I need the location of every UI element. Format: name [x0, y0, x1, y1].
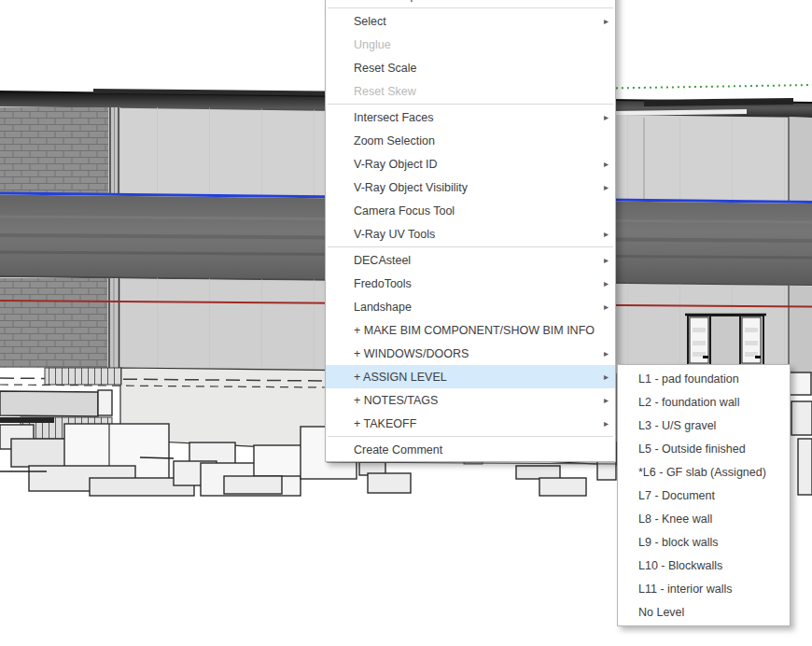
menu-item-reset-scale[interactable]: Reset Scale [326, 56, 615, 79]
submenu-item-l5-outside-finished[interactable]: L5 - Outside finished [618, 437, 790, 460]
submenu-item-l2-foundation-wall[interactable]: L2 - foundation wall [618, 390, 790, 414]
context-menu: Make Component... Select ▸ Unglue Reset … [325, 0, 616, 462]
submenu-item-l7-document[interactable]: L7 - Document [618, 484, 790, 507]
menu-separator [328, 246, 613, 247]
submenu-arrow-icon: ▸ [604, 395, 609, 405]
menu-item-label: Select [354, 15, 386, 28]
menu-item-landshape[interactable]: Landshape ▸ [326, 295, 615, 318]
menu-item-label: Camera Focus Tool [354, 204, 455, 218]
submenu-item-label: L10 - Blockwalls [638, 559, 722, 572]
menu-item-label: V-Ray Object ID [354, 158, 438, 171]
submenu-item-label: *L6 - GF slab (Assigned) [638, 466, 766, 479]
submenu-item-label: No Level [638, 606, 684, 619]
submenu-item-label: L11 - interior walls [638, 583, 733, 596]
menu-separator [328, 436, 613, 437]
menu-item-label: Create Comment [354, 443, 442, 456]
menu-item-label: + ASSIGN LEVEL [354, 371, 447, 384]
submenu-item-label: L7 - Document [638, 489, 715, 502]
menu-item-label: Unglue [354, 38, 391, 51]
submenu-arrow-icon: ▸ [604, 229, 609, 239]
menu-item-label: FredoTools [354, 277, 412, 290]
menu-item-vray-object-id[interactable]: V-Ray Object ID ▸ [326, 152, 615, 176]
submenu-arrow-icon: ▸ [604, 16, 609, 26]
menu-item-vray-object-visibility[interactable]: V-Ray Object Visibility ▸ [326, 176, 615, 199]
submenu-arrow-icon: ▸ [604, 255, 609, 265]
menu-item-label: + WINDOWS/DOORS [354, 347, 469, 360]
menu-separator [328, 104, 613, 105]
menu-item-label: V-Ray Object Visibility [354, 181, 468, 194]
menu-item-camera-focus-tool[interactable]: Camera Focus Tool [326, 199, 615, 222]
submenu-arrow-icon: ▸ [604, 348, 609, 358]
submenu-item-label: L8 - Knee wall [638, 513, 712, 526]
submenu-item-label: L5 - Outside finished [638, 442, 746, 456]
submenu-item-label: L1 - pad foundation [638, 372, 739, 386]
menu-item-windows-doors[interactable]: + WINDOWS/DOORS ▸ [326, 342, 615, 365]
menu-item-label: DECAsteel [354, 254, 411, 267]
submenu-item-label: L2 - foundation wall [638, 396, 739, 409]
submenu-item-l1-pad-foundation[interactable]: L1 - pad foundation [618, 367, 790, 390]
submenu-item-l11-interior-walls[interactable]: L11 - interior walls [618, 577, 790, 600]
submenu-arrow-icon: ▸ [604, 372, 609, 382]
menu-item-intersect-faces[interactable]: Intersect Faces ▸ [326, 105, 615, 129]
submenu-arrow-icon: ▸ [604, 112, 609, 122]
door [685, 315, 766, 365]
submenu-item-l8-knee-wall[interactable]: L8 - Knee wall [618, 507, 790, 530]
menu-item-label: + TAKEOFF [354, 417, 416, 430]
submenu-item-l10-blockwalls[interactable]: L10 - Blockwalls [618, 554, 790, 577]
menu-item-label: V-Ray UV Tools [354, 228, 435, 241]
menu-item-make-bim-component[interactable]: + MAKE BIM COMPONENT/SHOW BIM INFO [326, 318, 615, 342]
menu-item-takeoff[interactable]: + TAKEOFF ▸ [326, 412, 615, 435]
submenu-arrow-icon: ▸ [604, 182, 609, 192]
submenu-arrow-icon: ▸ [604, 278, 609, 288]
submenu-item-l3-us-gravel[interactable]: L3 - U/S gravel [618, 414, 790, 437]
menu-item-label: + NOTES/TAGS [354, 394, 438, 407]
menu-item-decasteel[interactable]: DECAsteel ▸ [326, 248, 615, 272]
menu-item-label: Reset Skew [354, 85, 416, 98]
menu-item-label: Zoom Selection [354, 134, 435, 147]
menu-item-vray-uv-tools[interactable]: V-Ray UV Tools ▸ [326, 222, 615, 246]
menu-item-zoom-selection[interactable]: Zoom Selection [326, 129, 615, 152]
menu-item-select[interactable]: Select ▸ [326, 9, 615, 33]
submenu-item-label: L3 - U/S gravel [638, 419, 716, 432]
menu-item-label: Make Component... [354, 0, 455, 2]
menu-item-label: Reset Scale [354, 62, 416, 75]
menu-item-unglue: Unglue [326, 33, 615, 56]
submenu-arrow-icon: ▸ [604, 159, 609, 169]
submenu-arrow-icon: ▸ [604, 302, 609, 312]
menu-item-label: + MAKE BIM COMPONENT/SHOW BIM INFO [354, 324, 595, 337]
submenu-arrow-icon: ▸ [604, 418, 609, 428]
submenu-item-l9-block-walls[interactable]: L9 - block walls [618, 530, 790, 554]
menu-item-label: Landshape [354, 301, 412, 314]
submenu-item-l6-gf-slab-assigned[interactable]: *L6 - GF slab (Assigned) [618, 460, 790, 484]
menu-item-reset-skew: Reset Skew [326, 79, 615, 103]
menu-item-fredotools[interactable]: FredoTools ▸ [326, 272, 615, 295]
menu-item-assign-level[interactable]: + ASSIGN LEVEL ▸ [326, 365, 615, 388]
menu-item-label: Intersect Faces [354, 111, 433, 124]
submenu-item-no-level[interactable]: No Level [618, 600, 790, 624]
menu-item-make-component[interactable]: Make Component... [326, 0, 615, 7]
menu-separator [328, 7, 613, 8]
assign-level-submenu: L1 - pad foundation L2 - foundation wall… [617, 364, 791, 626]
submenu-item-label: L9 - block walls [638, 536, 718, 549]
menu-item-create-comment[interactable]: Create Comment [326, 438, 615, 461]
menu-item-notes-tags[interactable]: + NOTES/TAGS ▸ [326, 388, 615, 412]
